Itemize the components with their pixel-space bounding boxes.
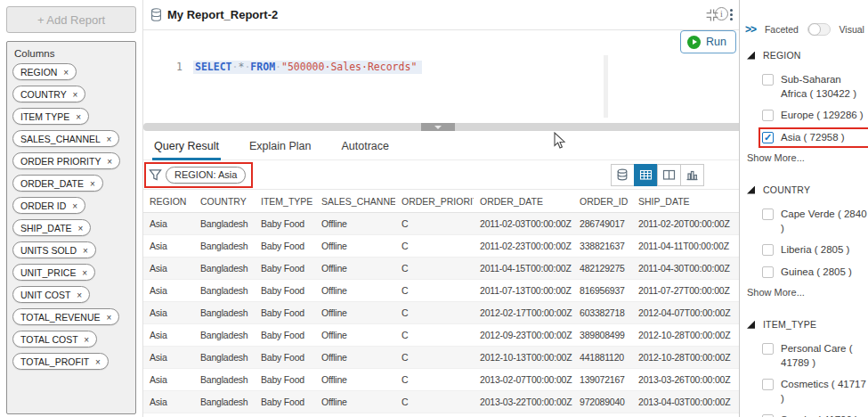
checkbox[interactable]: [762, 343, 774, 355]
column-header[interactable]: ORDER_PRIORITY: [395, 196, 474, 207]
table-row: AsiaBangladeshBaby FoodOfflineC2012-10-1…: [143, 347, 740, 369]
column-header[interactable]: ORDER_ID: [573, 196, 632, 207]
remove-column-icon[interactable]: ×: [72, 201, 77, 211]
remove-column-icon[interactable]: ×: [78, 224, 84, 233]
facet-header-item_type[interactable]: ITEM_TYPE: [740, 319, 868, 330]
column-pill[interactable]: ORDER_DATE ×: [12, 175, 103, 192]
checked-checkbox[interactable]: ✓: [762, 132, 774, 143]
chart-view-button[interactable]: [680, 164, 704, 186]
tab-autotrace[interactable]: Autotrace: [341, 133, 389, 160]
mouse-cursor: [554, 132, 566, 150]
facet-item[interactable]: Cape Verde ( 2840 ): [762, 208, 868, 235]
column-pill[interactable]: UNIT_PRICE ×: [12, 264, 95, 281]
tab-query-result[interactable]: Query Result: [154, 133, 219, 160]
collapse-panel-icon[interactable]: >>: [745, 23, 756, 36]
table-cell: 2012-02-17T00:00:00Z: [474, 307, 573, 318]
checkbox[interactable]: [762, 110, 774, 121]
facet-item[interactable]: Cosmetics ( 41717 ): [762, 378, 868, 405]
facet-item[interactable]: Sub-Saharan Africa ( 130422 ): [762, 73, 868, 101]
column-pill[interactable]: UNIT COST ×: [12, 286, 90, 303]
show-more-link[interactable]: Show More...: [740, 152, 868, 163]
table-row: AsiaBangladeshBaby FoodOfflineC2013-03-2…: [143, 391, 740, 413]
column-pill[interactable]: ORDER ID ×: [12, 197, 85, 214]
datasource-view-button[interactable]: [611, 164, 635, 186]
facet-item-label: Personal Care ( 41789 ): [781, 342, 868, 370]
column-pill[interactable]: COUNTRY ×: [12, 86, 85, 102]
remove-column-icon[interactable]: ×: [106, 313, 111, 323]
facet-header-country[interactable]: COUNTRY: [740, 184, 868, 195]
editor-scrollbar[interactable]: [604, 55, 608, 118]
column-pill[interactable]: TOTAL COST ×: [12, 331, 97, 348]
table-cell: 2012-09-23T00:00:00Z: [474, 330, 573, 340]
tab-explain-plan[interactable]: Explain Plan: [249, 133, 312, 160]
sql-statement[interactable]: SELECT·*·FROM·"500000·Sales·Records": [193, 61, 422, 74]
sql-editor[interactable]: 1 SELECT·*·FROM·"500000·Sales·Records": [143, 55, 740, 123]
run-button-label: Run: [706, 36, 726, 48]
table-cell: 2011-04-15T00:00:00Z: [474, 263, 573, 274]
column-header[interactable]: ORDER_DATE: [474, 196, 573, 207]
facet-header-region[interactable]: REGION: [740, 50, 868, 61]
active-filter-chip[interactable]: REGION: Asia: [166, 167, 246, 184]
faceted-visual-toggle[interactable]: [807, 23, 831, 36]
column-pill[interactable]: SHIP_DATE ×: [12, 219, 91, 236]
facet-item[interactable]: Guinea ( 2805 ): [762, 266, 868, 280]
run-button[interactable]: Run: [680, 30, 736, 53]
checkbox[interactable]: [762, 244, 774, 256]
checkbox[interactable]: [762, 266, 774, 278]
table-cell: Baby Food: [255, 307, 315, 318]
remove-column-icon[interactable]: ×: [90, 179, 95, 189]
worksheet-title: My Report_Report-2: [167, 8, 278, 21]
column-header[interactable]: SHIP_DATE: [632, 196, 740, 207]
column-header[interactable]: COUNTRY: [194, 196, 255, 207]
run-play-icon: [687, 36, 701, 49]
grid-icon: [639, 168, 653, 182]
table-cell: 2011-07-13T00:00:00Z: [474, 285, 573, 296]
grid-view-button[interactable]: [634, 164, 658, 186]
facet-item[interactable]: Personal Care ( 41789 ): [762, 342, 868, 370]
remove-column-icon[interactable]: ×: [95, 357, 101, 367]
column-pill[interactable]: ORDER PRIORITY ×: [12, 152, 120, 169]
remove-column-icon[interactable]: ×: [72, 90, 77, 100]
column-pill[interactable]: TOTAL_REVENUE ×: [12, 308, 119, 325]
facet-item-label: Cape Verde ( 2840 ): [781, 208, 868, 235]
view-toggle-group: [612, 164, 704, 186]
remove-column-icon[interactable]: ×: [76, 112, 81, 122]
facet-item[interactable]: ✓Asia ( 72958 ): [762, 131, 868, 145]
column-pill[interactable]: UNITS SOLD ×: [12, 241, 96, 258]
column-header[interactable]: REGION: [143, 196, 194, 207]
checkbox[interactable]: [762, 379, 774, 390]
remove-column-icon[interactable]: ×: [82, 268, 87, 278]
checkbox[interactable]: [762, 208, 774, 220]
show-more-link[interactable]: Show More...: [740, 287, 868, 298]
remove-column-icon[interactable]: ×: [83, 246, 88, 256]
column-pill[interactable]: ITEM TYPE ×: [12, 108, 89, 125]
facet-item[interactable]: Europe ( 129286 ): [762, 109, 868, 123]
facet-item[interactable]: Liberia ( 2805 ): [762, 243, 868, 258]
column-pill[interactable]: SALES_CHANNEL ×: [12, 130, 119, 147]
info-icon[interactable]: i: [715, 7, 728, 20]
remove-column-icon[interactable]: ×: [106, 135, 111, 144]
facet-item-list: Cape Verde ( 2840 )Liberia ( 2805 )Guine…: [740, 208, 868, 279]
column-header[interactable]: SALES_CHANNEL: [315, 196, 395, 207]
remove-column-icon[interactable]: ×: [77, 290, 82, 300]
table-cell: Bangladesh: [194, 263, 255, 274]
facet-item-label: Europe ( 129286 ): [781, 109, 864, 123]
more-actions-icon[interactable]: [730, 9, 733, 20]
checkbox[interactable]: [762, 74, 774, 86]
table-cell: Baby Food: [255, 330, 315, 340]
column-pill[interactable]: TOTAL_PROFIT ×: [12, 353, 109, 370]
add-report-button[interactable]: + Add Report: [6, 6, 136, 33]
table-cell: 139072167: [573, 374, 632, 385]
column-header[interactable]: ITEM_TYPE: [255, 196, 315, 207]
splitter-handle[interactable]: [421, 123, 455, 131]
table-cell: 389808499: [573, 330, 632, 340]
faceted-search-panel: >> Faceted Visual REGIONSub-Saharan Afri…: [739, 0, 868, 417]
table-cell: C: [395, 307, 474, 318]
column-pill[interactable]: REGION ×: [12, 63, 77, 80]
remove-column-icon[interactable]: ×: [107, 157, 112, 167]
table-cell: C: [395, 330, 474, 340]
facet-item[interactable]: Snacks ( 41706 ): [762, 413, 868, 417]
remove-column-icon[interactable]: ×: [84, 335, 89, 345]
split-view-view-button[interactable]: [657, 164, 681, 186]
remove-column-icon[interactable]: ×: [63, 68, 69, 78]
